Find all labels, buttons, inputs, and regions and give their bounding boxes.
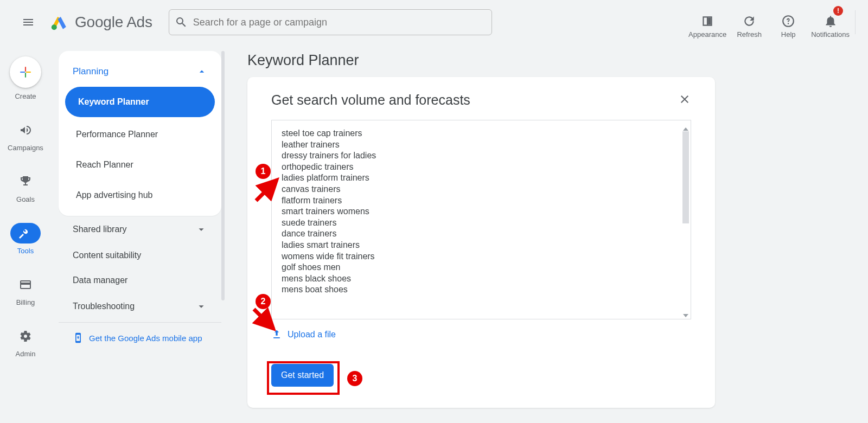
header-divider xyxy=(855,10,856,34)
upload-file-link[interactable]: Upload a file xyxy=(271,329,691,340)
svg-rect-1 xyxy=(708,18,711,25)
svg-point-0 xyxy=(52,24,57,30)
data-manager-label: Data manager xyxy=(73,275,127,285)
svg-rect-5 xyxy=(26,72,31,73)
refresh-icon xyxy=(742,14,756,28)
troubleshooting-label: Troubleshooting xyxy=(73,302,135,311)
upload-file-label: Upload a file xyxy=(288,330,336,339)
chevron-up-icon xyxy=(196,66,207,77)
nav-admin-label: Admin xyxy=(16,350,36,358)
nav-goals[interactable]: Goals xyxy=(10,171,41,203)
keyword-line: canvas trainers xyxy=(282,184,683,195)
header-actions: Appearance Refresh Help Notifications xyxy=(685,6,863,39)
svg-rect-3 xyxy=(25,73,26,78)
bell-icon xyxy=(824,14,838,28)
nav-troubleshooting[interactable]: Troubleshooting xyxy=(59,293,221,320)
notifications-label: Notifications xyxy=(811,30,850,39)
help-label: Help xyxy=(781,30,796,39)
nav-billing[interactable]: Billing xyxy=(10,274,41,306)
help-button[interactable]: Help xyxy=(769,6,808,39)
nav-content-suitability[interactable]: Content suitability xyxy=(59,243,221,268)
keyword-line: suede trainers xyxy=(282,217,683,229)
side-divider xyxy=(59,322,221,323)
planning-label: Planning xyxy=(73,66,108,77)
get-mobile-app-link[interactable]: Get the Google Ads mobile app xyxy=(59,325,221,351)
tools-icon xyxy=(19,227,32,240)
card-icon xyxy=(19,278,32,291)
planning-header[interactable]: Planning xyxy=(59,55,221,85)
appearance-button[interactable]: Appearance xyxy=(685,6,730,39)
app-header: Google Ads Appearance Refresh Help Notif… xyxy=(0,0,868,44)
textarea-scrollbar[interactable] xyxy=(682,131,689,223)
help-icon xyxy=(781,14,795,28)
scroll-down-arrow[interactable] xyxy=(683,310,688,316)
keyword-line: mens black shoes xyxy=(282,273,683,285)
keyword-line: flatform trainers xyxy=(282,195,683,207)
nav-tools-label: Tools xyxy=(17,247,34,255)
global-search[interactable] xyxy=(169,9,492,35)
keyword-line: dressy trainers for ladies xyxy=(282,150,683,162)
gear-icon xyxy=(19,330,32,343)
forecast-modal: Get search volume and forecasts steel to… xyxy=(247,77,715,408)
nav-admin[interactable]: Admin xyxy=(10,326,41,358)
nav-shared-library[interactable]: Shared library xyxy=(59,216,221,243)
hamburger-menu-button[interactable] xyxy=(15,9,41,35)
mobile-download-icon xyxy=(73,332,84,343)
appearance-icon xyxy=(700,14,714,28)
nav-data-manager[interactable]: Data manager xyxy=(59,268,221,293)
refresh-button[interactable]: Refresh xyxy=(730,6,769,39)
logo-text-sub: Ads xyxy=(126,14,152,30)
modal-title: Get search volume and forecasts xyxy=(271,92,470,108)
logo-text-main: Google xyxy=(75,14,123,30)
megaphone-icon xyxy=(19,124,32,137)
trophy-icon xyxy=(19,175,32,188)
page-title: Keyword Planner xyxy=(247,52,359,69)
refresh-label: Refresh xyxy=(737,30,762,39)
primary-nav-rail: Create Campaigns Goals Tools Billing Adm… xyxy=(0,44,51,423)
product-name: Google Ads xyxy=(75,14,152,31)
nav-app-advertising-hub[interactable]: App advertising hub xyxy=(59,180,221,210)
svg-rect-2 xyxy=(25,67,26,72)
chevron-down-icon xyxy=(195,300,207,312)
close-icon xyxy=(678,93,691,106)
appearance-label: Appearance xyxy=(688,30,726,39)
search-input[interactable] xyxy=(193,17,486,28)
nav-keyword-planner[interactable]: Keyword Planner xyxy=(65,87,215,117)
keyword-line: womens wide fit trainers xyxy=(282,251,683,262)
secondary-nav: Planning Keyword Planner Performance Pla… xyxy=(59,51,221,351)
keyword-line: golf shoes men xyxy=(282,262,683,273)
nav-keyword-planner-label: Keyword Planner xyxy=(78,97,149,107)
plus-icon xyxy=(18,65,33,79)
side-scrollbar[interactable] xyxy=(221,51,225,300)
chevron-down-icon xyxy=(195,223,207,235)
nav-app-hub-label: App advertising hub xyxy=(76,190,152,200)
product-logo[interactable]: Google Ads xyxy=(50,13,152,31)
scroll-up-arrow[interactable] xyxy=(683,124,688,129)
notifications-button[interactable]: Notifications xyxy=(808,6,853,39)
nav-performance-planner-label: Performance Planner xyxy=(76,130,158,139)
keyword-line: steel toe cap trainers xyxy=(282,128,683,139)
nav-reach-planner[interactable]: Reach Planner xyxy=(59,150,221,180)
nav-tools[interactable]: Tools xyxy=(10,223,41,255)
keyword-line: mens boat shoes xyxy=(282,284,683,296)
keyword-line: smart trainers womens xyxy=(282,206,683,217)
nav-campaigns[interactable]: Campaigns xyxy=(8,120,43,152)
mobile-app-label: Get the Google Ads mobile app xyxy=(89,334,202,343)
keywords-textarea[interactable]: steel toe cap trainersleather trainersdr… xyxy=(271,120,691,319)
planning-section: Planning Keyword Planner Performance Pla… xyxy=(59,51,221,216)
content-suitability-label: Content suitability xyxy=(73,251,141,260)
keyword-line: dance trainers xyxy=(282,228,683,240)
create-button[interactable] xyxy=(10,56,41,88)
keyword-line: leather trainers xyxy=(282,139,683,151)
close-button[interactable] xyxy=(678,93,691,108)
search-icon xyxy=(175,16,188,29)
svg-rect-4 xyxy=(20,72,25,73)
keyword-line: ladies platform trainers xyxy=(282,172,683,184)
menu-icon xyxy=(22,16,35,29)
nav-billing-label: Billing xyxy=(16,298,35,306)
notification-alert-badge xyxy=(833,6,843,16)
get-started-button[interactable]: Get started xyxy=(271,364,334,387)
nav-performance-planner[interactable]: Performance Planner xyxy=(59,119,221,150)
keyword-line: orthopedic trainers xyxy=(282,162,683,173)
upload-icon xyxy=(271,329,282,340)
